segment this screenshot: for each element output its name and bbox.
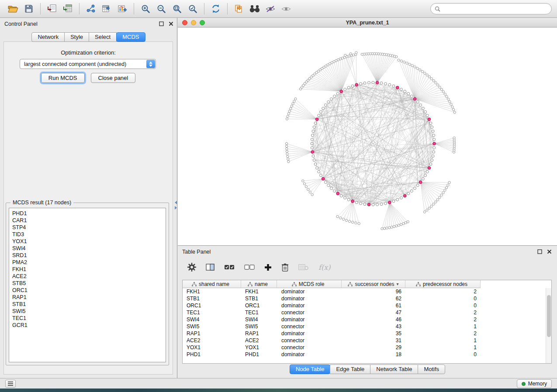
table-cell: 2 (405, 330, 481, 337)
table-cell: STB1 (241, 295, 277, 302)
table-settings-button[interactable] (187, 261, 196, 274)
search-input[interactable] (443, 6, 547, 12)
column-header-shared-name[interactable]: shared name (183, 280, 241, 288)
table-cell-filler (481, 309, 551, 316)
table-cell: ACE2 (183, 337, 241, 344)
network-window-titlebar[interactable]: YPA_prune.txt_1 (178, 18, 557, 28)
column-header-name[interactable]: name (241, 280, 277, 288)
mcds-result-item[interactable]: PHD1 (12, 210, 163, 217)
import-table-icon[interactable] (44, 2, 60, 16)
mcds-result-item[interactable]: GCR1 (12, 322, 163, 329)
table-row[interactable]: SWI4SWI4dominator462 (183, 316, 551, 323)
mcds-result-item[interactable]: STP4 (12, 224, 163, 231)
refresh-view-icon[interactable] (208, 2, 224, 16)
table-row[interactable]: ACE2ACE2connector311 (183, 337, 551, 344)
expand-right-icon[interactable] (175, 206, 177, 210)
list-icon (8, 382, 13, 386)
table-panel-float-button[interactable] (537, 249, 542, 254)
tab-node-table[interactable]: Node Table (290, 364, 331, 374)
table-row[interactable]: SWI5SWI5connector431 (183, 323, 551, 330)
create-column-button[interactable] (264, 261, 272, 274)
panel-splitter[interactable] (174, 198, 177, 213)
table-cell-filler (481, 344, 551, 351)
deselect-all-button[interactable] (244, 261, 255, 274)
network-graph[interactable] (178, 28, 557, 245)
export-table-icon[interactable] (99, 2, 114, 16)
mcds-result-item[interactable]: SRD1 (12, 252, 163, 259)
column-type-icon (348, 282, 353, 286)
delete-column-button[interactable] (281, 261, 289, 274)
copy-view-icon[interactable] (231, 2, 247, 16)
binoculars-icon (249, 5, 260, 13)
column-header-filler (481, 280, 551, 288)
mcds-result-item[interactable]: YOX1 (12, 238, 163, 245)
zoom-selected-icon[interactable] (185, 2, 201, 16)
search-box[interactable] (430, 3, 552, 14)
table-row[interactable]: PHD1PHD1dominator180 (183, 351, 551, 358)
mcds-result-item[interactable]: STB1 (12, 301, 163, 308)
network-canvas[interactable] (178, 28, 557, 245)
mcds-result-item[interactable]: RAP1 (12, 294, 163, 301)
hide-selected-icon[interactable] (263, 2, 278, 16)
criterion-select[interactable]: largest connected component (undirected) (20, 59, 156, 69)
tab-edge-table[interactable]: Edge Table (330, 364, 370, 374)
mcds-result-item[interactable]: ACE2 (12, 273, 163, 280)
mcds-result-item[interactable]: STB5 (12, 280, 163, 287)
tab-mcds[interactable]: MCDS (116, 32, 145, 42)
control-panel-float-button[interactable] (159, 21, 164, 26)
table-panel-close-button[interactable] (547, 249, 552, 254)
table-cell: 0 (405, 351, 481, 358)
show-all-icon[interactable] (278, 2, 294, 16)
column-header-successor-nodes[interactable]: successor nodes▾ (342, 280, 405, 288)
tab-network-table[interactable]: Network Table (370, 364, 418, 374)
mcds-result-item[interactable]: SWI5 (12, 308, 163, 315)
table-row[interactable]: YOX1YOX1connector291 (183, 344, 551, 351)
collapse-left-icon[interactable] (175, 201, 177, 204)
table-row[interactable]: RAP1RAP1dominator352 (183, 330, 551, 337)
zoom-fit-icon[interactable] (169, 2, 185, 16)
mcds-result-list[interactable]: PHD1CAR1STP4TID3YOX1SWI4SRD1PMA2FKH1ACE2… (9, 208, 166, 362)
optimization-criterion-label: Optimization criterion: (4, 49, 173, 56)
column-header-MCDS-role[interactable]: MCDS role (277, 280, 342, 288)
mcds-result-item[interactable]: ORC1 (12, 287, 163, 294)
mcds-result-item[interactable]: TEC1 (12, 315, 163, 322)
mcds-result-item[interactable]: SWI4 (12, 245, 163, 252)
save-session-icon[interactable] (21, 2, 37, 16)
table-row[interactable]: FKH1FKH1dominator962 (183, 288, 551, 295)
close-panel-button[interactable]: Close panel (91, 73, 136, 83)
zoom-out-icon[interactable] (153, 2, 169, 16)
floppy-icon (24, 4, 33, 13)
tab-select[interactable]: Select (89, 32, 117, 42)
select-all-button[interactable] (224, 261, 235, 274)
task-history-button[interactable] (5, 380, 16, 388)
mcds-result-item[interactable]: TID3 (12, 231, 163, 238)
toolbar-separator (227, 3, 228, 14)
run-mcds-button[interactable]: Run MCDS (41, 73, 85, 83)
zoom-in-icon[interactable] (138, 2, 153, 16)
table-row[interactable]: TEC1TEC1connector472 (183, 309, 551, 316)
tab-motifs[interactable]: Motifs (418, 364, 445, 374)
table-scrollbar[interactable] (546, 288, 551, 363)
table-cell: FKH1 (183, 288, 241, 295)
open-session-icon[interactable] (5, 2, 21, 16)
folder-icon (8, 4, 18, 13)
table-row[interactable]: STB1STB1dominator620 (183, 295, 551, 302)
import-network-icon[interactable] (60, 2, 76, 16)
first-neighbors-icon[interactable] (247, 2, 263, 16)
control-panel-close-button[interactable] (168, 21, 173, 26)
column-header-predecessor-nodes[interactable]: predecessor nodes (405, 280, 481, 288)
show-columns-button[interactable] (206, 261, 214, 274)
mcds-result-item[interactable]: CAR1 (12, 217, 163, 224)
mcds-result-item[interactable]: PMA2 (12, 259, 163, 266)
table-row[interactable]: ORC1ORC1dominator610 (183, 302, 551, 309)
table-scrollbar-thumb[interactable] (547, 295, 551, 337)
table-cell: PHD1 (241, 351, 277, 358)
export-image-icon[interactable] (114, 2, 130, 16)
table-cell: 46 (342, 316, 405, 323)
memory-button[interactable]: Memory (517, 379, 552, 388)
mcds-result-item[interactable]: FKH1 (12, 266, 163, 273)
tab-style[interactable]: Style (64, 32, 89, 42)
control-panel-tabs: NetworkStyleSelectMCDS (0, 32, 177, 42)
tab-network[interactable]: Network (31, 32, 65, 42)
clone-network-icon[interactable] (83, 2, 99, 16)
